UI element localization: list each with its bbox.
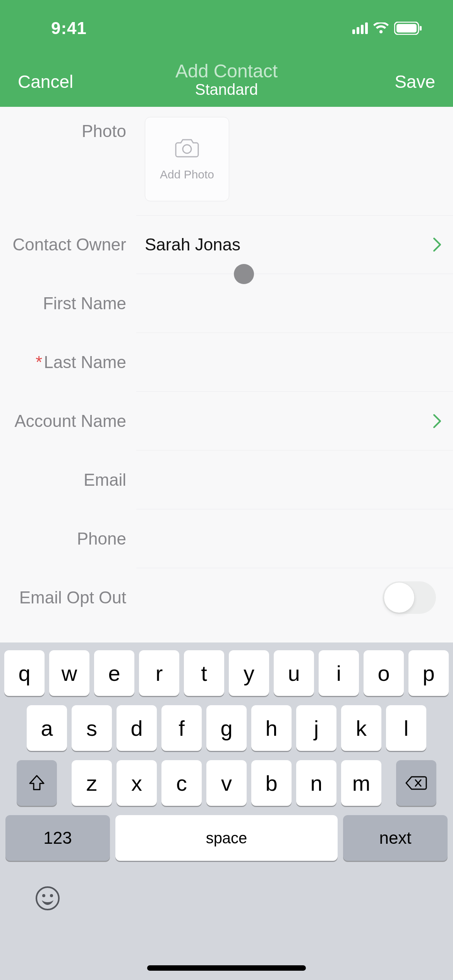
key-g[interactable]: g xyxy=(206,705,247,751)
label-account-name: Account Name xyxy=(0,411,136,431)
key-n[interactable]: n xyxy=(296,760,336,806)
key-h[interactable]: h xyxy=(251,705,292,751)
cellular-signal-icon xyxy=(352,22,368,34)
add-photo-button[interactable]: Add Photo xyxy=(145,117,229,201)
key-x[interactable]: x xyxy=(117,760,157,806)
row-last-name[interactable]: * Last Name xyxy=(0,333,453,392)
key-k[interactable]: k xyxy=(341,705,381,751)
key-l[interactable]: l xyxy=(386,705,426,751)
key-t[interactable]: t xyxy=(184,650,224,696)
row-phone[interactable]: Phone xyxy=(0,509,453,568)
label-phone: Phone xyxy=(0,529,136,548)
cancel-button[interactable]: Cancel xyxy=(18,71,73,92)
label-email: Email xyxy=(0,470,136,490)
key-z[interactable]: z xyxy=(72,760,112,806)
key-r[interactable]: r xyxy=(139,650,179,696)
key-next[interactable]: next xyxy=(343,815,448,861)
key-v[interactable]: v xyxy=(206,760,247,806)
key-s[interactable]: s xyxy=(72,705,112,751)
key-o[interactable]: o xyxy=(364,650,404,696)
key-p[interactable]: p xyxy=(408,650,449,696)
text-cursor-indicator xyxy=(234,264,254,284)
toggle-email-opt-out[interactable] xyxy=(383,581,436,614)
chevron-right-icon xyxy=(433,414,441,428)
key-c[interactable]: c xyxy=(161,760,202,806)
label-first-name: First Name xyxy=(0,294,136,313)
shift-icon xyxy=(28,775,45,791)
required-asterisk: * xyxy=(36,353,42,372)
svg-rect-3 xyxy=(420,26,422,31)
key-m[interactable]: m xyxy=(341,760,381,806)
label-email-opt-out: Email Opt Out xyxy=(0,588,136,607)
key-y[interactable]: y xyxy=(229,650,269,696)
label-photo: Photo xyxy=(0,117,136,141)
key-u[interactable]: u xyxy=(274,650,314,696)
backspace-icon xyxy=(405,775,427,791)
value-contact-owner: Sarah Jonas xyxy=(145,235,240,254)
keyboard: qwertyuiop asdfghjkl zxcvbnm 123 space n… xyxy=(0,642,453,980)
page-subtitle: Standard xyxy=(175,81,278,98)
wifi-icon xyxy=(373,22,389,34)
label-last-name: * Last Name xyxy=(0,353,136,372)
key-shift[interactable] xyxy=(17,760,57,806)
camera-icon xyxy=(175,137,199,168)
page-title: Add Contact xyxy=(175,60,278,82)
row-contact-owner[interactable]: Contact Owner Sarah Jonas xyxy=(0,215,453,274)
key-b[interactable]: b xyxy=(251,760,292,806)
key-i[interactable]: i xyxy=(319,650,359,696)
key-q[interactable]: q xyxy=(4,650,45,696)
key-backspace[interactable] xyxy=(396,760,436,806)
key-a[interactable]: a xyxy=(27,705,67,751)
row-account-name[interactable]: Account Name xyxy=(0,392,453,451)
key-d[interactable]: d xyxy=(117,705,157,751)
emoji-button[interactable] xyxy=(35,886,60,911)
toggle-knob xyxy=(384,583,414,613)
key-numbers[interactable]: 123 xyxy=(5,815,110,861)
row-email[interactable]: Email xyxy=(0,451,453,509)
svg-point-5 xyxy=(36,887,59,910)
row-email-opt-out: Email Opt Out xyxy=(0,568,453,627)
row-photo: Photo Add Photo xyxy=(0,107,453,215)
key-f[interactable]: f xyxy=(161,705,202,751)
key-space[interactable]: space xyxy=(115,815,338,861)
row-first-name[interactable]: First Name xyxy=(0,274,453,333)
chevron-right-icon xyxy=(433,237,441,252)
key-e[interactable]: e xyxy=(94,650,134,696)
battery-icon xyxy=(394,22,422,35)
svg-point-6 xyxy=(42,894,45,897)
home-indicator[interactable] xyxy=(147,965,306,971)
key-j[interactable]: j xyxy=(296,705,336,751)
emoji-icon xyxy=(35,886,60,911)
svg-point-0 xyxy=(379,30,383,33)
status-icons xyxy=(352,22,422,35)
svg-rect-2 xyxy=(396,24,417,33)
status-bar: 9:41 xyxy=(0,19,453,38)
label-contact-owner: Contact Owner xyxy=(0,235,136,254)
save-button[interactable]: Save xyxy=(395,71,435,92)
add-photo-label: Add Photo xyxy=(160,168,214,181)
svg-point-4 xyxy=(183,145,191,153)
status-time: 9:41 xyxy=(51,19,87,38)
svg-point-7 xyxy=(50,894,53,897)
key-w[interactable]: w xyxy=(49,650,89,696)
